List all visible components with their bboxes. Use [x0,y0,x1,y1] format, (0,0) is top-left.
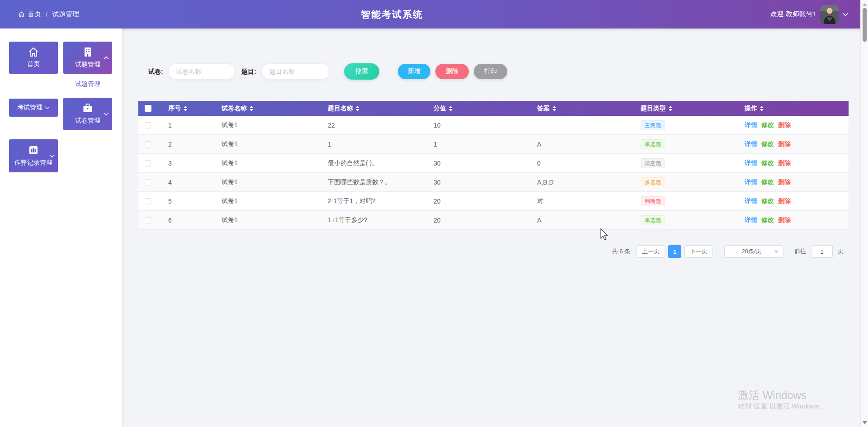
select-all-checkbox[interactable] [145,105,151,112]
total-count: 共 6 条 [612,247,630,256]
sidebar-item-paper-manage[interactable]: 试卷管理 [63,98,112,130]
sidebar-item-label: 试卷管理 [75,117,100,125]
edit-link[interactable]: 修改 [761,140,774,148]
row-checkbox[interactable] [145,122,151,128]
next-page-button[interactable]: 下一页 [684,245,713,258]
table-cell: 6 [164,217,217,224]
sort-carets-icon[interactable] [760,106,764,111]
page-number-1[interactable]: 1 [668,245,681,258]
search-button[interactable]: 搜索 [344,63,379,80]
chevron-down-icon[interactable] [843,13,848,16]
column-header[interactable]: 序号 [164,104,217,113]
sort-carets-icon[interactable] [184,106,187,111]
sort-carets-icon[interactable] [250,106,253,111]
row-checkbox[interactable] [145,141,151,147]
sidebar: 首页 试题管理 试题管理 考试管理 试卷管理 [0,28,122,427]
table-cell: 试卷1 [217,178,323,186]
question-type-tag: 判断题 [641,196,665,206]
table-cell: 试卷1 [217,197,323,205]
column-header[interactable]: 试卷名称 [217,104,323,113]
remove-link[interactable]: 删除 [778,178,791,186]
column-header[interactable]: 题目类型 [636,104,740,113]
goto-page-input[interactable] [811,245,833,258]
home-icon [18,11,25,18]
briefcase-icon [82,103,93,114]
edit-link[interactable]: 修改 [761,216,774,224]
sidebar-item-cheat-record-manage[interactable]: 作弊记录管理 [9,139,58,172]
table-cell: 下面哪些数是质数？。 [323,178,429,186]
remove-link[interactable]: 删除 [778,140,791,148]
print-button[interactable]: 打印 [474,64,507,79]
prev-page-button[interactable]: 上一页 [637,245,665,258]
sidebar-submenu-question-manage[interactable]: 试题管理 [63,80,112,88]
question-type-tag: 主观题 [641,120,665,130]
edit-link[interactable]: 修改 [761,121,774,129]
table-cell: 1 [323,141,429,148]
column-header[interactable]: 分值 [429,104,533,113]
row-checkbox[interactable] [145,198,151,204]
detail-link[interactable]: 详情 [745,178,757,186]
delete-button[interactable]: 删除 [435,64,469,79]
detail-link[interactable]: 详情 [745,216,757,224]
question-type-tag: 单选题 [641,215,665,225]
sidebar-item-label: 首页 [27,60,40,68]
question-type-tag: 填空题 [641,158,665,168]
question-type-tag: 多选题 [641,177,665,187]
scroll-up-arrow[interactable] [863,3,867,6]
table-cell: 2-1等于1，对吗? [323,197,429,205]
scroll-down-arrow[interactable] [863,421,867,424]
scrollbar-thumb[interactable] [863,8,867,42]
add-button[interactable]: 新增 [398,64,430,79]
edit-link[interactable]: 修改 [761,178,774,186]
avatar[interactable] [820,5,839,24]
paper-filter-label: 试卷: [148,67,163,76]
detail-link[interactable]: 详情 [745,159,757,167]
edit-link[interactable]: 修改 [761,197,774,205]
detail-link[interactable]: 详情 [745,197,757,205]
chevron-down-icon [49,154,55,158]
top-navbar: 首页 / 试题管理 智能考试系统 欢迎 教师账号1 [0,0,868,28]
remove-link[interactable]: 删除 [778,159,791,167]
row-checkbox[interactable] [145,160,151,166]
detail-link[interactable]: 详情 [745,140,757,148]
sort-carets-icon[interactable] [552,106,556,111]
table-row: 2试卷111A单选题详情修改删除 [138,135,849,154]
question-name-input[interactable] [262,63,330,80]
questions-table: 序号试卷名称题目名称分值答案题目类型操作1试卷12210主观题详情修改删除2试卷… [138,100,849,230]
goto-suffix: 页 [838,247,844,256]
table-header-row: 序号试卷名称题目名称分值答案题目类型操作 [138,101,849,116]
row-checkbox[interactable] [145,217,151,223]
table-row: 6试卷11+1等于多少?20A单选题详情修改删除 [138,211,849,230]
sidebar-item-label: 考试管理 [17,104,42,112]
table-cell: 22 [323,122,429,129]
question-type-tag: 单选题 [641,139,665,149]
sort-carets-icon[interactable] [669,106,672,111]
edit-link[interactable]: 修改 [761,159,774,167]
remove-link[interactable]: 删除 [778,121,791,129]
sidebar-item-home[interactable]: 首页 [9,42,58,74]
paper-name-input[interactable] [168,63,235,80]
breadcrumb-home[interactable]: 首页 [28,10,41,19]
user-menu[interactable]: 欢迎 教师账号1 [770,0,848,28]
welcome-text: 欢迎 教师账号1 [770,10,816,19]
remove-link[interactable]: 删除 [778,216,791,224]
table-row: 1试卷12210主观题详情修改删除 [138,116,849,135]
table-cell: 试卷1 [217,140,323,148]
column-header[interactable]: 题目名称 [323,104,429,113]
sidebar-item-question-manage[interactable]: 试题管理 [63,42,112,74]
row-checkbox[interactable] [145,179,151,185]
detail-link[interactable]: 详情 [745,121,757,129]
table-cell: 试卷1 [217,121,323,129]
column-header[interactable]: 答案 [533,104,636,113]
windows-watermark-title: 激活 Windows [738,388,807,403]
chevron-up-icon [104,56,109,60]
sort-carets-icon[interactable] [356,106,359,111]
remove-link[interactable]: 删除 [778,197,791,205]
page-size-select[interactable]: 20条/页 [724,245,783,258]
sidebar-item-exam-manage[interactable]: 考试管理 [9,99,58,117]
column-header[interactable]: 操作 [740,104,849,113]
building-icon [83,47,93,57]
chevron-down-icon [104,112,109,116]
sort-carets-icon[interactable] [449,106,453,111]
breadcrumb: 首页 / 试题管理 [18,0,79,28]
